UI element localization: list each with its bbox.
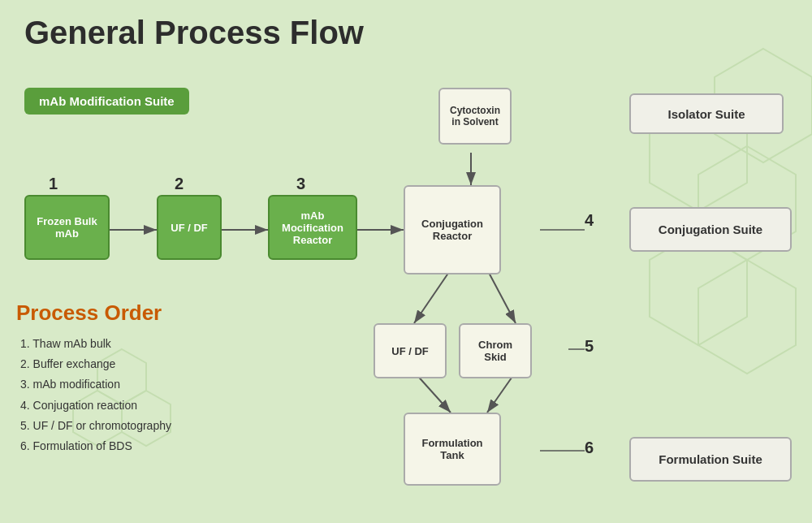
step-2-uf-df: UF / DF	[157, 195, 222, 260]
process-order-title: Process Order	[16, 300, 333, 326]
process-order-item: 2. Buffer exchange	[20, 354, 333, 374]
page-title: General Process Flow	[24, 15, 364, 51]
isolator-suite-box: Isolator Suite	[629, 93, 784, 134]
step-3-number: 3	[296, 175, 305, 193]
step-6-number: 6	[585, 439, 594, 457]
uf-df-lower-box: UF / DF	[374, 323, 447, 378]
step-1-number: 1	[49, 175, 58, 193]
process-order-item: 1. Thaw mAb bulk	[20, 334, 333, 354]
step-5-number: 5	[585, 337, 594, 356]
process-order-item: 5. UF / DF or chromotography	[20, 416, 333, 436]
conjugation-reactor-box: Conjugation Reactor	[404, 185, 501, 274]
process-order-item: 4. Conjugation reaction	[20, 395, 333, 416]
step-3-mab-modification-reactor: mAb Mocification Reactor	[268, 195, 357, 260]
conjugation-suite-box: Conjugation Suite	[629, 207, 792, 252]
formulation-suite-box: Formulation Suite	[629, 437, 792, 482]
process-order-item: 3. mAb modification	[20, 374, 333, 395]
step-1-frozen-bulk-mab: Frozen Bulk mAb	[24, 195, 110, 260]
step-4-number: 4	[585, 211, 594, 230]
formulation-tank-box: Formulation Tank	[404, 413, 501, 486]
process-order-item: 6. Formulation of BDS	[20, 436, 333, 456]
chrom-skid-box: Chrom Skid	[459, 323, 532, 378]
mab-modification-suite-label: mAb Modification Suite	[24, 88, 189, 115]
process-order-section: Process Order 1. Thaw mAb bulk2. Buffer …	[16, 300, 333, 456]
process-order-list: 1. Thaw mAb bulk2. Buffer exchange3. mAb…	[16, 334, 333, 456]
cytoctoxin-in-solvent-box: Cytoctoxin in Solvent	[438, 88, 512, 145]
step-2-number: 2	[175, 175, 184, 193]
